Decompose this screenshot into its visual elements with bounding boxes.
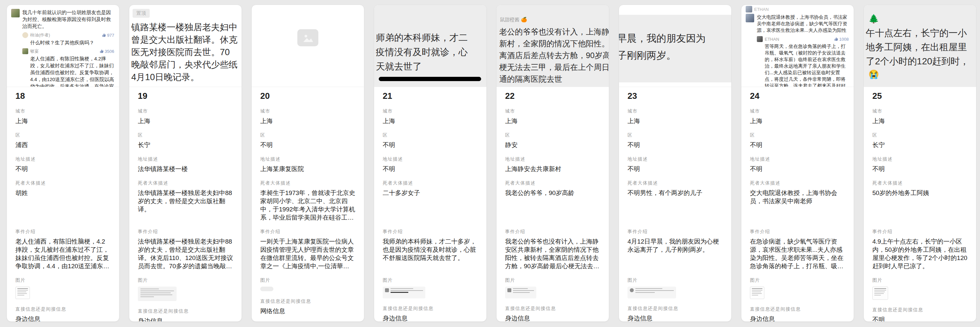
- cover-text-line: 医无对接医院而去世。70: [131, 46, 242, 59]
- image-thumbnail[interactable]: [260, 287, 274, 291]
- field-district: 区浦西: [16, 132, 111, 149]
- address-value: 不明: [627, 165, 723, 173]
- field-label-city: 城市: [260, 108, 355, 114]
- record-card-25[interactable]: 🌲 午十点左右，长宁的一小 地务工阿姨，在出租屋里 了2个小时的120赶到时， …: [864, 5, 977, 322]
- field-label-direct: 直接信息还是间接信息: [750, 306, 845, 312]
- field-image: 图片: [260, 278, 355, 291]
- field-label-image: 图片: [750, 278, 845, 283]
- field-direct: 直接信息还是间接信息身边信息: [138, 308, 233, 322]
- field-label-deceased: 死者大体描述: [138, 180, 233, 186]
- field-deceased: 死者大体描述法华镇路某楼一楼独居老夫妇中88岁的丈夫，曾经是交大出版社翻译。: [138, 180, 233, 222]
- direct-value: 身边信息: [16, 315, 111, 322]
- field-label-address: 地址描述: [138, 156, 233, 162]
- address-value: 法华镇路某楼一楼: [138, 165, 233, 173]
- field-event: 事件介绍老人住浦西，有陈旧性脑梗，4.2摔跤，女儿被封在浦东过不了江，妹妹们虽住…: [16, 229, 111, 270]
- avatar: [11, 9, 20, 18]
- gallery-board: 我几十年前就认识的一位胡姓朋友也是因为封控、核酸检测等原因没有得到及时救治而死亡…: [0, 0, 980, 322]
- record-card-20[interactable]: 20 城市上海 区不明 地址描述上海某康复医院 死者大体描述李昶生于1973年，…: [251, 5, 364, 322]
- avatar: [22, 48, 28, 54]
- record-card-24[interactable]: ETHAN 交大电院退休教授，上海书协会员，书法家吴中南老师在急诊病逝，缺少氧气…: [741, 5, 854, 322]
- city-value: 上海: [383, 117, 478, 125]
- district-value: 长宁: [872, 141, 967, 149]
- field-label-address: 地址描述: [505, 156, 600, 162]
- record-card-22[interactable]: 鼠甜橙酱 🍊 老公的爷爷也没有计入，上海静 新村，全家阴的情况下他阳性。 离酒店…: [496, 5, 609, 322]
- event-value: 我师弟的本科师妹，才二十多岁，也是因为疫情没有及时就诊，心脏不舒服送医院隔天就去…: [383, 238, 478, 270]
- field-label-image: 图片: [138, 278, 233, 283]
- field-image: 图片: [505, 278, 600, 298]
- field-image: 图片: [750, 278, 845, 299]
- image-thumbnail[interactable]: [872, 287, 888, 300]
- cover-text-line: 了2个小时的120赶到时，: [866, 54, 976, 68]
- city-value: 上海: [16, 117, 111, 125]
- card-cover-image: 鼠甜橙酱 🍊 老公的爷爷也没有计入，上海静 新村，全家阴的情况下他阳性。 离酒店…: [496, 5, 609, 87]
- deceased-value: 二十多岁女子: [383, 189, 478, 222]
- cover-text-line: 午十点左右，长宁的一小: [866, 26, 976, 40]
- field-event: 事件介绍4月12日早晨，我的朋友因为心梗永远离开了，儿子刚刚两岁。: [627, 229, 723, 270]
- field-label-city: 城市: [138, 108, 233, 114]
- event-value: 一则关于上海某康复医院一位病人因疫情管理无人护理而去世的文章在微信群里流转。最早…: [260, 238, 355, 270]
- district-value: 长宁: [138, 141, 233, 149]
- direct-value: 网络信息: [260, 307, 355, 315]
- field-deceased: 死者大体描述50岁的外地务工阿姨: [872, 180, 967, 222]
- avatar: [22, 32, 28, 38]
- cover-text-line: 晚敲邻居门，央求代少些纸: [131, 59, 242, 71]
- field-label-deceased: 死者大体描述: [260, 180, 355, 186]
- record-card-19[interactable]: 置顶 镇路某楼一楼独居老夫妇中 曾是交大出版社翻译。休克 医无对接医院而去世。7…: [129, 5, 242, 322]
- cover-text-line: 老公的爷爷也没有计入，上海静: [499, 26, 609, 38]
- thumbs-up-icon: [834, 37, 838, 41]
- field-direct: 直接信息还是间接信息身边信息: [505, 306, 600, 322]
- direct-value: 身边信息: [383, 314, 478, 322]
- direct-value: 身边信息: [627, 314, 723, 322]
- field-event: 事件介绍在急诊病逝，缺少氧气等医疗资源，哀求医生求职未果...夫人亦感染为阳性。…: [750, 229, 845, 270]
- field-city: 城市上海: [383, 108, 478, 125]
- field-label-address: 地址描述: [260, 156, 355, 162]
- image-thumbnail[interactable]: [383, 287, 425, 298]
- event-value: 在急诊病逝，缺少氧气等医疗资源，哀求医生求职未果...夫人亦感染为阳性。吴老师苦…: [750, 238, 845, 270]
- field-image: 图片: [138, 278, 233, 301]
- image-thumbnail[interactable]: [505, 287, 536, 298]
- city-value: 上海: [750, 117, 845, 125]
- field-label-deceased: 死者大体描述: [750, 180, 845, 186]
- record-card-23[interactable]: 早晨，我的朋友因为 子刚刚两岁。 23 城市上海 区不明 地址描述不明 死者大体…: [619, 5, 732, 322]
- deceased-value: 交大电院退休教授，上海书协会员，书法家吴中南老师: [750, 189, 845, 222]
- field-district: 区静安: [505, 132, 600, 149]
- field-label-direct: 直接信息还是间接信息: [260, 298, 355, 304]
- address-value: 不明: [750, 165, 845, 173]
- avatar: [746, 14, 754, 22]
- avatar: [746, 6, 752, 13]
- field-label-district: 区: [383, 132, 478, 138]
- cover-text-line: 师弟的本科师妹，才二: [376, 30, 487, 45]
- poster-name: 鼠甜橙酱 🍊: [500, 17, 609, 23]
- field-direct: 直接信息还是间接信息身边信息: [16, 306, 111, 322]
- field-label-image: 图片: [260, 278, 355, 283]
- image-thumbnail[interactable]: [750, 287, 764, 299]
- image-thumbnail[interactable]: [16, 287, 30, 299]
- field-image: 图片: [383, 278, 478, 298]
- event-value: 4月12日早晨，我的朋友因为心梗永远离开了，儿子刚刚两岁。: [627, 238, 723, 270]
- city-value: 上海: [872, 117, 967, 125]
- field-city: 城市上海: [872, 108, 967, 125]
- field-label-direct: 直接信息还是间接信息: [16, 306, 111, 312]
- field-label-deceased: 死者大体描述: [872, 180, 967, 186]
- like-count: 3506: [105, 49, 114, 54]
- field-deceased: 死者大体描述二十多岁女子: [383, 180, 478, 222]
- field-label-address: 地址描述: [872, 156, 967, 162]
- field-district: 区长宁: [138, 132, 233, 149]
- field-label-direct: 直接信息还是间接信息: [505, 306, 600, 311]
- field-address: 地址描述不明: [383, 156, 478, 173]
- commenter-name: 柿油(作者): [30, 32, 100, 38]
- district-value: 不明: [627, 141, 723, 149]
- deceased-value: 我老公的爷爷，90岁高龄: [505, 189, 600, 222]
- field-label-deceased: 死者大体描述: [383, 180, 478, 186]
- field-district: 区长宁: [872, 132, 967, 149]
- address-value: 上海某康复医院: [260, 165, 355, 173]
- field-label-address: 地址描述: [383, 156, 478, 162]
- field-label-city: 城市: [750, 108, 845, 114]
- image-thumbnail[interactable]: [627, 287, 676, 298]
- image-thumbnail[interactable]: [138, 287, 177, 301]
- field-image: 图片: [16, 278, 111, 299]
- record-card-21[interactable]: 师弟的本科师妹，才二 疫情没有及时就诊，心 天就去世了 21 城市上海 区不明 …: [374, 5, 487, 322]
- record-card-18[interactable]: 我几十年前就认识的一位胡姓朋友也是因为封控、核酸检测等原因没有得到及时救治而死亡…: [6, 5, 119, 322]
- field-image: 图片: [627, 278, 723, 298]
- card-number: 19: [138, 91, 233, 101]
